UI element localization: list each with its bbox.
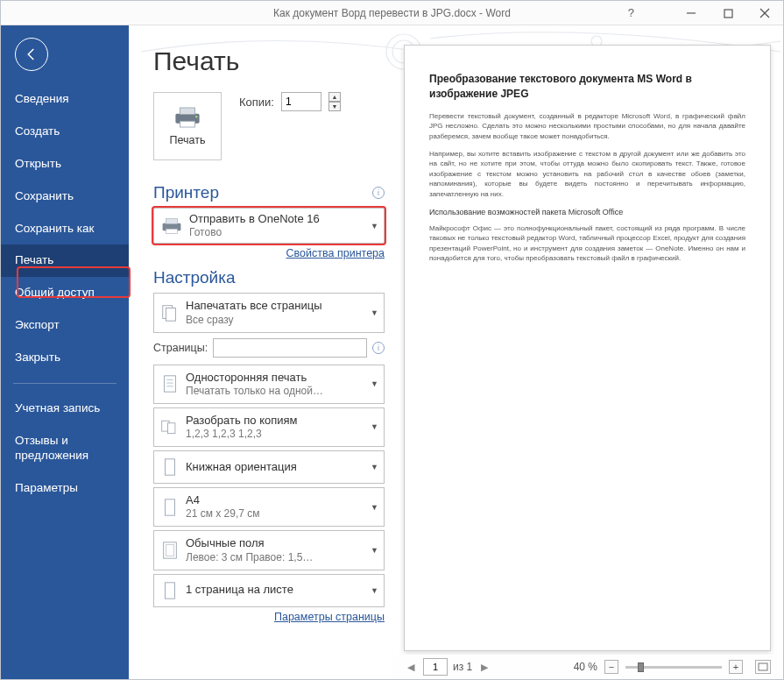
sidebar-divider: [13, 383, 117, 384]
zoom-thumb[interactable]: [638, 662, 644, 672]
svg-rect-10: [180, 121, 195, 127]
preview-doc-title: Преобразование текстового документа MS W…: [429, 72, 745, 103]
back-button[interactable]: [15, 38, 48, 71]
collate-dropdown[interactable]: Разобрать по копиям 1,2,3 1,2,3 1,2,3 ▼: [153, 407, 385, 447]
pages-label: Страницы:: [153, 342, 208, 354]
titlebar: Как документ Ворд перевести в JPG.docx -…: [1, 1, 783, 25]
chevron-down-icon: ▼: [371, 379, 378, 388]
preview-footer: ◀ из 1 ▶ 40 % − +: [392, 655, 783, 679]
print-button[interactable]: Печать: [153, 92, 222, 160]
chevron-down-icon: ▼: [371, 503, 378, 512]
close-button[interactable]: [746, 1, 783, 25]
zoom-slider[interactable]: [625, 666, 722, 669]
preview-paragraph: Майкрософт Офис — это полнофункциональны…: [429, 223, 745, 264]
collate-title: Разобрать по копиям: [186, 414, 378, 428]
pages-input[interactable]: [213, 338, 367, 358]
print-preview-column: Преобразование текстового документа MS W…: [392, 25, 783, 679]
next-page-button[interactable]: ▶: [477, 662, 491, 673]
chevron-down-icon: ▼: [371, 422, 378, 431]
copies-input[interactable]: [281, 92, 321, 111]
print-range-dropdown[interactable]: Напечатать все страницы Все сразу ▼: [153, 293, 385, 332]
sidebar: Сведения Создать Открыть Сохранить Сохра…: [1, 25, 129, 679]
sidebar-item-save-as[interactable]: Сохранить как: [1, 213, 129, 245]
print-range-sub: Все сразу: [186, 314, 378, 327]
svg-rect-1: [724, 10, 732, 18]
collate-sub: 1,2,3 1,2,3 1,2,3: [186, 428, 378, 441]
paper-title: A4: [186, 493, 378, 507]
sidebar-item-new[interactable]: Создать: [1, 116, 129, 148]
sidebar-item-share[interactable]: Общий доступ: [1, 277, 129, 309]
printer-name: Отправить в OneNote 16: [189, 212, 378, 226]
preview-subheading: Использование возможностей пакета Micros…: [429, 207, 745, 218]
chevron-down-icon: ▼: [371, 222, 378, 230]
sheet-icon: [162, 581, 178, 600]
printer-properties-link[interactable]: Свойства принтера: [153, 247, 385, 259]
info-icon[interactable]: i: [372, 187, 385, 199]
zoom-fit-button[interactable]: [755, 660, 771, 674]
sidebar-item-open[interactable]: Открыть: [1, 148, 129, 181]
svg-rect-9: [180, 108, 195, 115]
printer-dropdown[interactable]: Отправить в OneNote 16 Готово ▼: [153, 208, 385, 244]
print-button-label: Печать: [170, 134, 206, 146]
svg-rect-13: [166, 218, 178, 223]
page-setup-link[interactable]: Параметры страницы: [153, 611, 385, 623]
svg-rect-27: [166, 582, 175, 598]
print-settings-column: Печать Печать Копии:: [129, 25, 392, 679]
orientation-title: Книжная ориентация: [186, 460, 378, 474]
prev-page-button[interactable]: ◀: [404, 662, 418, 673]
svg-rect-14: [166, 229, 178, 233]
sides-dropdown[interactable]: Односторонняя печать Печатать только на …: [153, 365, 385, 404]
sidebar-item-export[interactable]: Экспорт: [1, 309, 129, 342]
pages-icon: [160, 303, 180, 322]
svg-point-11: [195, 116, 197, 117]
minimize-button[interactable]: [673, 1, 710, 25]
margins-title: Обычные поля: [186, 536, 378, 550]
chevron-down-icon: ▼: [371, 308, 378, 317]
sidebar-item-info[interactable]: Сведения: [1, 83, 129, 116]
help-button[interactable]: ?: [628, 6, 634, 19]
chevron-down-icon: ▼: [371, 463, 378, 471]
svg-rect-17: [165, 376, 176, 392]
maximize-button[interactable]: [710, 1, 746, 25]
pages-per-sheet-dropdown[interactable]: 1 страница на листе ▼: [153, 574, 385, 607]
page-total-label: из 1: [453, 661, 472, 673]
zoom-label: 40 %: [574, 661, 597, 673]
sidebar-item-account[interactable]: Учетная запись: [1, 393, 129, 425]
sidebar-item-save[interactable]: Сохранить: [1, 181, 129, 213]
paper-size-dropdown[interactable]: A4 21 см x 29,7 см ▼: [153, 487, 385, 527]
chevron-down-icon: ▼: [371, 586, 378, 595]
copies-label: Копии:: [239, 96, 274, 109]
settings-section-label: Настройка: [153, 268, 385, 287]
svg-rect-22: [167, 423, 174, 434]
sidebar-item-options[interactable]: Параметры: [1, 472, 129, 505]
svg-rect-23: [166, 459, 175, 475]
copies-spin-down[interactable]: ▼: [328, 102, 341, 111]
preview-paragraph: Например, вы хотите вставить изображение…: [429, 149, 745, 200]
sidebar-item-print[interactable]: Печать: [1, 244, 129, 277]
sidebar-item-close[interactable]: Закрыть: [1, 342, 129, 374]
orientation-dropdown[interactable]: Книжная ориентация ▼: [153, 450, 385, 484]
svg-rect-16: [166, 308, 175, 321]
printer-section-label: Принтер: [153, 183, 219, 202]
margins-dropdown[interactable]: Обычные поля Левое: 3 см Правое: 1,5… ▼: [153, 530, 385, 570]
printer-small-icon: [160, 216, 183, 236]
window-controls: [673, 1, 783, 25]
sides-sub: Печатать только на одной…: [186, 385, 378, 398]
sidebar-item-feedback[interactable]: Отзывы и предложения: [1, 425, 129, 472]
window-title: Как документ Ворд перевести в JPG.docx -…: [1, 7, 783, 19]
paper-sub: 21 см x 29,7 см: [186, 507, 378, 521]
chevron-down-icon: ▼: [371, 546, 378, 555]
preview-paragraph: Перевести текстовый документ, созданный …: [429, 111, 745, 142]
zoom-in-button[interactable]: +: [729, 660, 743, 674]
pps-title: 1 страница на листе: [186, 583, 378, 597]
page-title: Печать: [153, 46, 385, 76]
copies-spin-up[interactable]: ▲: [328, 92, 341, 102]
printer-icon: [173, 106, 202, 129]
print-range-title: Напечатать все страницы: [186, 299, 378, 313]
info-icon[interactable]: i: [372, 342, 385, 354]
fit-icon: [758, 662, 768, 671]
paper-icon: [162, 498, 178, 517]
page-number-input[interactable]: [423, 658, 448, 676]
zoom-out-button[interactable]: −: [604, 660, 618, 674]
collate-icon: [160, 417, 180, 436]
